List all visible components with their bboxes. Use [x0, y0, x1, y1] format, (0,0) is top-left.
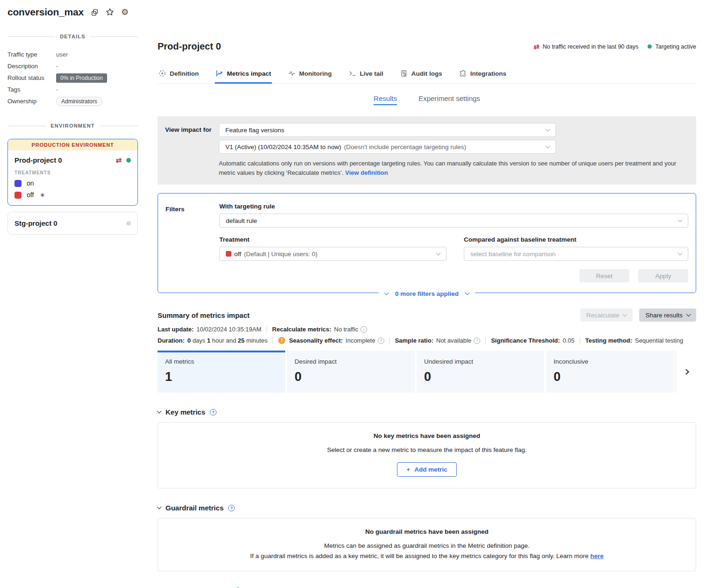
chevron-down-icon — [546, 127, 550, 131]
production-environment-card[interactable]: PRODUCTION ENVIRONMENT Prod-project 0 ⇄ … — [7, 139, 138, 206]
help-circle-icon[interactable]: ? — [228, 505, 235, 511]
detail-value: - — [56, 86, 58, 93]
details-heading: DETAILS — [60, 34, 86, 39]
more-filters-toggle[interactable]: 0 more filters applied — [379, 290, 475, 297]
detail-label: Description — [7, 63, 56, 70]
collapse-chevron-icon[interactable] — [157, 505, 162, 509]
detail-label: Rollout status — [7, 74, 56, 81]
flag-sidebar: conversion_max ⚙ DETAILS Traffic type us… — [0, 0, 147, 235]
copy-icon[interactable] — [91, 8, 99, 16]
pulse-icon — [288, 70, 295, 77]
filters-label: Filters — [166, 201, 219, 282]
details-rows: Traffic type user Description - Rollout … — [7, 49, 138, 107]
targeting-active-dot — [648, 44, 652, 49]
treatment-row-on: on — [14, 179, 131, 187]
divider — [580, 337, 580, 344]
production-environment-banner: PRODUCTION ENVIRONMENT — [8, 139, 137, 151]
reset-button[interactable]: Reset — [579, 269, 629, 282]
page-title: Prod-project 0 — [158, 41, 221, 52]
gear-icon[interactable]: ⚙ — [121, 8, 129, 16]
view-definition-link[interactable]: View definition — [345, 169, 388, 176]
help-circle-icon[interactable]: ? — [378, 337, 384, 344]
detail-row-tags: Tags - — [7, 84, 138, 95]
subtab-experiment-settings[interactable]: Experiment settings — [418, 94, 480, 105]
tab-monitoring[interactable]: Monitoring — [287, 67, 333, 83]
metric-summary-cards: All metrics 1 Desired impact 0 Undesired… — [158, 351, 696, 393]
treatment-label: Treatment — [219, 236, 447, 243]
tab-metrics-impact[interactable]: Metrics impact — [215, 67, 272, 83]
detail-row-rollout-status: Rollout status 0% in Production — [7, 72, 138, 84]
detail-row-description: Description - — [7, 60, 138, 72]
puzzle-icon — [459, 70, 467, 77]
traffic-swap-icon: ⇄ — [533, 43, 540, 50]
chevron-right-icon — [683, 369, 689, 375]
help-circle-icon[interactable]: ? — [474, 337, 480, 344]
baseline-select[interactable]: select baseline for comparison — [464, 247, 688, 261]
key-metrics-empty-card: No key metrics have been assigned Select… — [158, 422, 696, 488]
divider — [485, 337, 486, 344]
divider — [389, 337, 390, 344]
staging-environment-card[interactable]: Stg-project 0 — [7, 212, 138, 235]
terminal-icon — [349, 70, 356, 77]
cards-next-button[interactable] — [676, 351, 696, 393]
ownership-pill[interactable]: Administrators — [56, 97, 102, 106]
recalculate-button[interactable]: Recalculate — [580, 308, 633, 322]
card-desired-impact[interactable]: Desired impact 0 — [287, 351, 415, 393]
star-icon[interactable] — [106, 8, 114, 16]
chevron-down-icon — [384, 291, 389, 295]
help-circle-icon[interactable]: ? — [210, 409, 216, 416]
view-impact-label: View impact for — [165, 123, 219, 178]
summary-title: Summary of metrics impact — [158, 311, 250, 319]
add-metric-button[interactable]: + Add metric — [397, 462, 456, 477]
detail-label: Traffic type — [7, 51, 56, 58]
results-subtabs: Results Experiment settings — [158, 94, 696, 105]
chevron-down-icon — [678, 217, 683, 222]
divider — [273, 337, 273, 344]
treatment-select[interactable]: off (Default | Unique users: 0) — [219, 247, 447, 261]
summary-meta-row-1: Last update: 10/02/2024 10:35:19AM Recal… — [158, 326, 696, 333]
treatment-row-off: off ✳ — [14, 191, 131, 199]
baseline-label: Compared against baseline treatment — [464, 236, 688, 243]
view-impact-panel: View impact for Feature flag versions V1… — [158, 116, 696, 185]
chevron-down-icon — [546, 143, 550, 148]
summary-meta-row-2: Duration: 0 days 1 hour and 25 minutes !… — [158, 337, 696, 344]
subtab-results[interactable]: Results — [374, 94, 397, 105]
details-divider: DETAILS — [7, 34, 138, 39]
card-inconclusive[interactable]: Inconclusive 0 — [546, 351, 674, 393]
target-icon — [158, 70, 166, 77]
treatments-label: TREATMENTS — [14, 170, 131, 175]
plus-icon: + — [406, 466, 410, 473]
learn-more-link[interactable]: here — [591, 552, 604, 559]
targeting-rule-select[interactable]: default rule — [219, 214, 688, 228]
main-content: Prod-project 0 ⇄ No traffic received in … — [147, 0, 706, 588]
treatment-off-swatch — [14, 192, 22, 199]
apply-button[interactable]: Apply — [638, 269, 688, 282]
info-circle-icon[interactable]: i — [360, 326, 367, 333]
share-results-button[interactable]: Share results — [639, 308, 696, 322]
card-undesired-impact[interactable]: Undesired impact 0 — [417, 351, 544, 393]
treatment-on-label: on — [27, 179, 34, 187]
tab-definition[interactable]: Definition — [158, 67, 200, 83]
tab-audit-logs[interactable]: Audit logs — [399, 67, 443, 83]
prod-environment-name: Prod-project 0 — [14, 156, 62, 164]
guardrail-metrics-title: Guardrail metrics — [166, 504, 223, 512]
traffic-status: ⇄ No traffic received in the last 90 day… — [533, 43, 638, 50]
summary-header: Summary of metrics impact Recalculate Sh… — [158, 308, 696, 322]
chevron-down-icon — [623, 312, 627, 316]
chevron-down-icon — [465, 291, 469, 295]
filters-panel: Filters With targeting rule default rule… — [158, 193, 696, 293]
collapse-chevron-icon[interactable] — [157, 409, 162, 414]
environment-inactive-dot — [126, 221, 131, 226]
card-all-metrics[interactable]: All metrics 1 — [158, 351, 285, 393]
detail-label: Ownership — [7, 98, 56, 105]
tab-live-tail[interactable]: Live tail — [348, 67, 384, 83]
tab-integrations[interactable]: Integrations — [458, 67, 507, 83]
detail-row-traffic-type: Traffic type user — [7, 49, 138, 60]
line-chart-icon — [216, 70, 223, 77]
version-type-select[interactable]: Feature flag versions — [219, 123, 556, 137]
guardrail-note: If a guardrail metrics is added as a key… — [167, 552, 686, 559]
divider — [267, 326, 267, 333]
environment-heading: ENVIRONMENT — [50, 123, 94, 129]
version-select[interactable]: V1 (Active) (10/02/2024 10:35AM to now) … — [219, 140, 556, 154]
rollout-status-badge: 0% in Production — [56, 73, 107, 83]
